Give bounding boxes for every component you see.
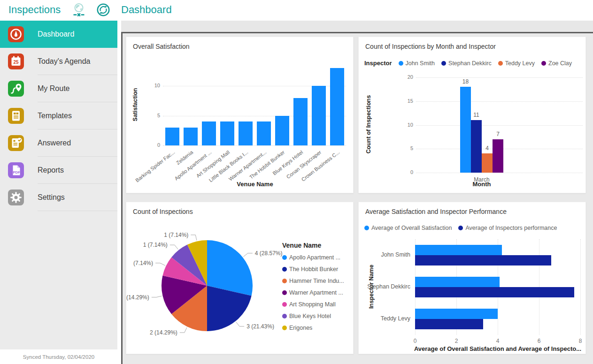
sidebar-item-settings[interactable]: Settings (0, 184, 117, 211)
legend: Average of Overall SatisfactionAverage o… (364, 225, 557, 231)
legend: Venue Name Apollo Apartment ...The Hobbi… (282, 242, 344, 336)
bar[interactable] (415, 287, 574, 297)
bar[interactable] (493, 139, 503, 173)
pdf-icon: PDF (8, 162, 24, 178)
pie-callout-label: (7.14%) (133, 260, 153, 266)
pie-callout-label: 3 (21.43%) (246, 323, 274, 330)
legend-label: Warner Apartment ... (289, 289, 343, 296)
templates-icon (8, 108, 24, 124)
x-axis-tick-label: 2 (449, 338, 463, 344)
y-axis-tick-label: 5 (399, 145, 413, 151)
legend-item[interactable]: Teddy Levy (498, 60, 535, 67)
legend-item[interactable]: Average of Overall Satisfaction (364, 225, 452, 231)
y-axis-tick-label: 10 (146, 83, 160, 88)
sidebar-item-answered[interactable]: Answered (0, 129, 117, 157)
column-chart-plot: 05101520181147March (416, 77, 583, 173)
legend-dot-icon (282, 302, 287, 307)
bar[interactable] (184, 128, 198, 145)
bar[interactable] (415, 277, 500, 287)
chart-card-overall-satisfaction: Overall Satisfaction Satisfaction 0510Ba… (126, 37, 354, 193)
sidebar-item-todays-agenda[interactable]: 25 Today's Agenda (0, 48, 117, 75)
pie-callout-line (243, 253, 252, 257)
sidebar-item-label: Reports (38, 166, 64, 174)
legend-item[interactable]: Warner Apartment ... (282, 289, 344, 296)
legend-item[interactable]: Apollo Apartment ... (282, 254, 344, 261)
sidebar-item-dashboard[interactable]: Dashboard (0, 21, 117, 48)
gridline (416, 125, 583, 126)
bar[interactable] (415, 255, 551, 265)
legend-label: Erigones (289, 325, 312, 331)
pie-callout-line (180, 327, 187, 333)
y-axis-category-label: Teddy Levy (353, 315, 410, 322)
sidebar-item-reports[interactable]: PDF Reports (0, 157, 117, 184)
bar[interactable] (460, 87, 471, 173)
bar[interactable] (293, 98, 308, 145)
bar[interactable] (415, 245, 502, 255)
bar[interactable] (275, 116, 289, 145)
app-window: Inspections Dashboard (0, 0, 593, 364)
legend-label: Art Shopping Mall (289, 301, 336, 308)
legend-dot-icon (282, 290, 287, 295)
pie-callout-label: 4 (28.57%) (255, 250, 283, 257)
pie-callout-label: 1 (7.14%) (143, 242, 168, 248)
bar[interactable] (257, 121, 271, 145)
answered-icon (8, 135, 24, 151)
y-axis-tick-label: 0 (146, 142, 160, 148)
sidebar-item-my-route[interactable]: My Route (0, 75, 117, 102)
legend-dot-icon (541, 61, 546, 66)
sidebar-item-templates[interactable]: Templates (0, 102, 117, 129)
bar[interactable] (415, 309, 498, 319)
legend-dot-icon (282, 326, 287, 330)
sidebar-item-label: Today's Agenda (38, 57, 90, 66)
legend-title: Inspector (364, 60, 392, 67)
legend-label: Hammer Time Indu... (289, 278, 344, 284)
offline-globe-icon[interactable] (70, 2, 87, 19)
y-axis-tick-label: 10 (399, 122, 413, 128)
legend-label: Teddy Levy (505, 60, 535, 67)
legend-dot-icon (364, 226, 369, 230)
legend-dot-icon (441, 61, 446, 66)
legend-label: Apollo Apartment ... (289, 254, 340, 261)
legend-label: Zoe Clay (548, 60, 572, 67)
bar[interactable] (312, 86, 326, 145)
legend-label: Average of Inspectors performance (465, 225, 557, 231)
pie-callout-label: (14.29%) (126, 294, 149, 301)
gridline (416, 77, 583, 78)
bar[interactable] (202, 121, 216, 145)
svg-text:PDF: PDF (13, 170, 20, 174)
legend-item[interactable]: Art Shopping Mall (282, 301, 344, 308)
legend-item[interactable]: John Smith (399, 60, 435, 67)
y-axis-title: Satisfaction (132, 58, 139, 152)
bar[interactable] (330, 68, 344, 145)
column-chart-plot: 0510Barking Spider Fac...ZeldeniaApollo … (163, 65, 346, 145)
legend-label: Stephan Dekkirc (448, 60, 492, 67)
legend-item[interactable]: Erigones (282, 325, 344, 331)
legend-item[interactable]: Zoe Clay (541, 60, 572, 67)
dashboard-top-strip (121, 21, 593, 32)
sidebar-gutter (117, 21, 121, 364)
x-axis-title: Month (435, 181, 529, 188)
bar[interactable] (220, 121, 234, 145)
bar[interactable] (239, 121, 253, 145)
pie-callout-line (170, 245, 178, 249)
sync-status-text: Synced Thursday, 02/04/2020 (23, 354, 94, 360)
sync-icon[interactable] (95, 2, 112, 19)
legend-item[interactable]: Stephan Dekkirc (441, 60, 492, 67)
legend-item[interactable]: Hammer Time Indu... (282, 278, 344, 284)
y-axis-tick-label: 20 (399, 74, 413, 80)
y-axis-tick-label: 15 (399, 98, 413, 104)
legend-dot-icon (282, 267, 287, 272)
legend-item[interactable]: Average of Inspectors performance (458, 225, 557, 231)
bar[interactable] (165, 128, 179, 145)
legend-item[interactable]: Blue Keys Hotel (282, 313, 344, 319)
pie-callout-line (236, 322, 245, 326)
bar[interactable] (482, 153, 493, 173)
legend-item[interactable]: The Hobbit Bunker (282, 266, 344, 273)
bar[interactable] (415, 319, 483, 329)
y-axis-tick-label: 5 (146, 113, 160, 118)
pie-callout-line (152, 296, 162, 297)
legend-dot-icon (282, 314, 287, 318)
legend-label: Blue Keys Hotel (289, 313, 331, 319)
legend-label: The Hobbit Bunker (289, 266, 338, 273)
gauge-icon (8, 26, 24, 42)
